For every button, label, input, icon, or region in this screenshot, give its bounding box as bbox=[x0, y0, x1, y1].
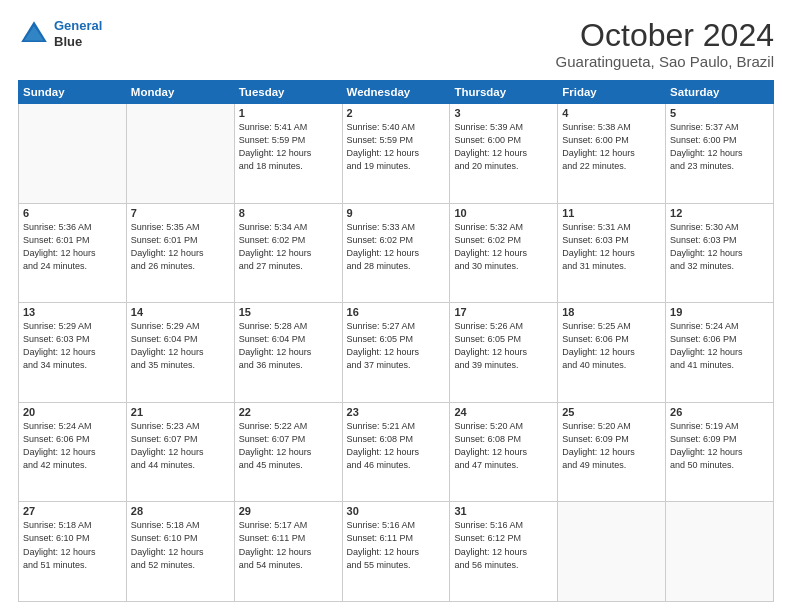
col-header-wednesday: Wednesday bbox=[342, 81, 450, 104]
col-header-saturday: Saturday bbox=[666, 81, 774, 104]
day-info: Sunrise: 5:22 AM Sunset: 6:07 PM Dayligh… bbox=[239, 420, 338, 472]
day-info: Sunrise: 5:36 AM Sunset: 6:01 PM Dayligh… bbox=[23, 221, 122, 273]
day-info: Sunrise: 5:35 AM Sunset: 6:01 PM Dayligh… bbox=[131, 221, 230, 273]
calendar-cell: 16Sunrise: 5:27 AM Sunset: 6:05 PM Dayli… bbox=[342, 303, 450, 403]
day-number: 22 bbox=[239, 406, 338, 418]
calendar-cell bbox=[126, 104, 234, 204]
day-info: Sunrise: 5:20 AM Sunset: 6:08 PM Dayligh… bbox=[454, 420, 553, 472]
logo-icon bbox=[18, 18, 50, 50]
calendar-cell: 4Sunrise: 5:38 AM Sunset: 6:00 PM Daylig… bbox=[558, 104, 666, 204]
day-info: Sunrise: 5:38 AM Sunset: 6:00 PM Dayligh… bbox=[562, 121, 661, 173]
day-number: 6 bbox=[23, 207, 122, 219]
day-number: 10 bbox=[454, 207, 553, 219]
day-number: 7 bbox=[131, 207, 230, 219]
day-info: Sunrise: 5:24 AM Sunset: 6:06 PM Dayligh… bbox=[670, 320, 769, 372]
day-number: 20 bbox=[23, 406, 122, 418]
day-number: 13 bbox=[23, 306, 122, 318]
day-info: Sunrise: 5:18 AM Sunset: 6:10 PM Dayligh… bbox=[23, 519, 122, 571]
month-title: October 2024 bbox=[556, 18, 774, 53]
day-info: Sunrise: 5:37 AM Sunset: 6:00 PM Dayligh… bbox=[670, 121, 769, 173]
day-number: 18 bbox=[562, 306, 661, 318]
logo-line2: Blue bbox=[54, 34, 102, 50]
calendar-week-4: 20Sunrise: 5:24 AM Sunset: 6:06 PM Dayli… bbox=[19, 402, 774, 502]
day-number: 27 bbox=[23, 505, 122, 517]
day-number: 11 bbox=[562, 207, 661, 219]
calendar-cell: 19Sunrise: 5:24 AM Sunset: 6:06 PM Dayli… bbox=[666, 303, 774, 403]
calendar-cell: 17Sunrise: 5:26 AM Sunset: 6:05 PM Dayli… bbox=[450, 303, 558, 403]
calendar-week-2: 6Sunrise: 5:36 AM Sunset: 6:01 PM Daylig… bbox=[19, 203, 774, 303]
day-info: Sunrise: 5:34 AM Sunset: 6:02 PM Dayligh… bbox=[239, 221, 338, 273]
day-info: Sunrise: 5:29 AM Sunset: 6:04 PM Dayligh… bbox=[131, 320, 230, 372]
calendar-cell: 26Sunrise: 5:19 AM Sunset: 6:09 PM Dayli… bbox=[666, 402, 774, 502]
day-info: Sunrise: 5:26 AM Sunset: 6:05 PM Dayligh… bbox=[454, 320, 553, 372]
day-info: Sunrise: 5:25 AM Sunset: 6:06 PM Dayligh… bbox=[562, 320, 661, 372]
day-number: 4 bbox=[562, 107, 661, 119]
calendar-cell: 12Sunrise: 5:30 AM Sunset: 6:03 PM Dayli… bbox=[666, 203, 774, 303]
day-info: Sunrise: 5:27 AM Sunset: 6:05 PM Dayligh… bbox=[347, 320, 446, 372]
day-number: 25 bbox=[562, 406, 661, 418]
day-number: 29 bbox=[239, 505, 338, 517]
day-number: 15 bbox=[239, 306, 338, 318]
col-header-tuesday: Tuesday bbox=[234, 81, 342, 104]
day-info: Sunrise: 5:16 AM Sunset: 6:11 PM Dayligh… bbox=[347, 519, 446, 571]
calendar-cell: 27Sunrise: 5:18 AM Sunset: 6:10 PM Dayli… bbox=[19, 502, 127, 602]
calendar-cell: 5Sunrise: 5:37 AM Sunset: 6:00 PM Daylig… bbox=[666, 104, 774, 204]
day-info: Sunrise: 5:29 AM Sunset: 6:03 PM Dayligh… bbox=[23, 320, 122, 372]
calendar-cell: 28Sunrise: 5:18 AM Sunset: 6:10 PM Dayli… bbox=[126, 502, 234, 602]
day-number: 31 bbox=[454, 505, 553, 517]
col-header-monday: Monday bbox=[126, 81, 234, 104]
calendar-cell: 14Sunrise: 5:29 AM Sunset: 6:04 PM Dayli… bbox=[126, 303, 234, 403]
calendar-cell: 10Sunrise: 5:32 AM Sunset: 6:02 PM Dayli… bbox=[450, 203, 558, 303]
day-number: 9 bbox=[347, 207, 446, 219]
day-info: Sunrise: 5:21 AM Sunset: 6:08 PM Dayligh… bbox=[347, 420, 446, 472]
calendar-cell bbox=[666, 502, 774, 602]
day-info: Sunrise: 5:39 AM Sunset: 6:00 PM Dayligh… bbox=[454, 121, 553, 173]
day-number: 12 bbox=[670, 207, 769, 219]
calendar-week-5: 27Sunrise: 5:18 AM Sunset: 6:10 PM Dayli… bbox=[19, 502, 774, 602]
day-number: 8 bbox=[239, 207, 338, 219]
calendar-cell: 15Sunrise: 5:28 AM Sunset: 6:04 PM Dayli… bbox=[234, 303, 342, 403]
logo: General Blue bbox=[18, 18, 102, 50]
day-number: 26 bbox=[670, 406, 769, 418]
calendar-cell: 1Sunrise: 5:41 AM Sunset: 5:59 PM Daylig… bbox=[234, 104, 342, 204]
calendar-header-row: SundayMondayTuesdayWednesdayThursdayFrid… bbox=[19, 81, 774, 104]
calendar-cell bbox=[19, 104, 127, 204]
calendar-cell: 24Sunrise: 5:20 AM Sunset: 6:08 PM Dayli… bbox=[450, 402, 558, 502]
location-title: Guaratingueta, Sao Paulo, Brazil bbox=[556, 53, 774, 70]
calendar-cell: 2Sunrise: 5:40 AM Sunset: 5:59 PM Daylig… bbox=[342, 104, 450, 204]
day-info: Sunrise: 5:40 AM Sunset: 5:59 PM Dayligh… bbox=[347, 121, 446, 173]
col-header-friday: Friday bbox=[558, 81, 666, 104]
calendar-cell: 21Sunrise: 5:23 AM Sunset: 6:07 PM Dayli… bbox=[126, 402, 234, 502]
day-info: Sunrise: 5:28 AM Sunset: 6:04 PM Dayligh… bbox=[239, 320, 338, 372]
day-info: Sunrise: 5:31 AM Sunset: 6:03 PM Dayligh… bbox=[562, 221, 661, 273]
calendar-cell: 6Sunrise: 5:36 AM Sunset: 6:01 PM Daylig… bbox=[19, 203, 127, 303]
calendar-cell: 22Sunrise: 5:22 AM Sunset: 6:07 PM Dayli… bbox=[234, 402, 342, 502]
calendar-cell: 8Sunrise: 5:34 AM Sunset: 6:02 PM Daylig… bbox=[234, 203, 342, 303]
day-info: Sunrise: 5:20 AM Sunset: 6:09 PM Dayligh… bbox=[562, 420, 661, 472]
calendar-cell: 23Sunrise: 5:21 AM Sunset: 6:08 PM Dayli… bbox=[342, 402, 450, 502]
day-info: Sunrise: 5:16 AM Sunset: 6:12 PM Dayligh… bbox=[454, 519, 553, 571]
calendar-cell: 18Sunrise: 5:25 AM Sunset: 6:06 PM Dayli… bbox=[558, 303, 666, 403]
calendar-cell bbox=[558, 502, 666, 602]
day-number: 17 bbox=[454, 306, 553, 318]
calendar-cell: 11Sunrise: 5:31 AM Sunset: 6:03 PM Dayli… bbox=[558, 203, 666, 303]
day-number: 3 bbox=[454, 107, 553, 119]
calendar-cell: 7Sunrise: 5:35 AM Sunset: 6:01 PM Daylig… bbox=[126, 203, 234, 303]
col-header-thursday: Thursday bbox=[450, 81, 558, 104]
logo-text: General Blue bbox=[54, 18, 102, 49]
day-number: 16 bbox=[347, 306, 446, 318]
calendar-cell: 9Sunrise: 5:33 AM Sunset: 6:02 PM Daylig… bbox=[342, 203, 450, 303]
calendar-week-1: 1Sunrise: 5:41 AM Sunset: 5:59 PM Daylig… bbox=[19, 104, 774, 204]
day-number: 28 bbox=[131, 505, 230, 517]
day-info: Sunrise: 5:41 AM Sunset: 5:59 PM Dayligh… bbox=[239, 121, 338, 173]
header: General Blue October 2024 Guaratingueta,… bbox=[18, 18, 774, 70]
day-info: Sunrise: 5:23 AM Sunset: 6:07 PM Dayligh… bbox=[131, 420, 230, 472]
day-info: Sunrise: 5:24 AM Sunset: 6:06 PM Dayligh… bbox=[23, 420, 122, 472]
calendar-cell: 25Sunrise: 5:20 AM Sunset: 6:09 PM Dayli… bbox=[558, 402, 666, 502]
day-info: Sunrise: 5:33 AM Sunset: 6:02 PM Dayligh… bbox=[347, 221, 446, 273]
day-info: Sunrise: 5:30 AM Sunset: 6:03 PM Dayligh… bbox=[670, 221, 769, 273]
day-info: Sunrise: 5:18 AM Sunset: 6:10 PM Dayligh… bbox=[131, 519, 230, 571]
page: General Blue October 2024 Guaratingueta,… bbox=[0, 0, 792, 612]
day-number: 23 bbox=[347, 406, 446, 418]
calendar-cell: 31Sunrise: 5:16 AM Sunset: 6:12 PM Dayli… bbox=[450, 502, 558, 602]
